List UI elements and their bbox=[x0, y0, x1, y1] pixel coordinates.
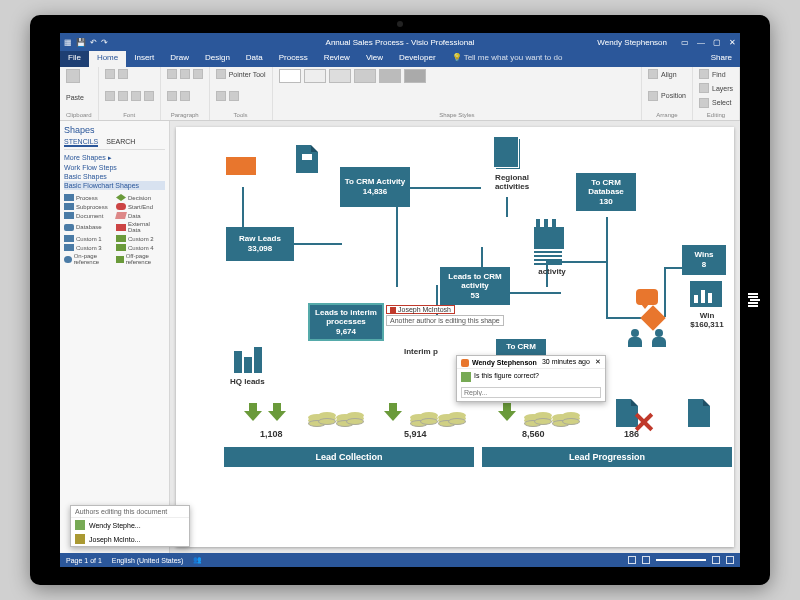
shape-custom1[interactable]: Custom 1 bbox=[64, 235, 112, 242]
shape-custom3[interactable]: Custom 3 bbox=[64, 244, 112, 251]
paste-icon[interactable] bbox=[66, 69, 80, 83]
speech-bubble-icon[interactable] bbox=[636, 289, 658, 305]
underline-icon[interactable] bbox=[131, 91, 141, 101]
cat-flowchart[interactable]: Basic Flowchart Shapes bbox=[64, 181, 165, 190]
style-swatch-4[interactable] bbox=[354, 69, 376, 83]
shape-leads-crm-activity[interactable]: Leads to CRM activity53 bbox=[440, 267, 510, 305]
text-tool-icon[interactable] bbox=[229, 91, 239, 101]
shape-external[interactable]: External Data bbox=[116, 221, 164, 233]
share-button[interactable]: Share bbox=[703, 51, 740, 67]
tab-home[interactable]: Home bbox=[89, 51, 126, 67]
comment-close-icon[interactable]: ✕ bbox=[595, 358, 601, 366]
shape-subprocess[interactable]: Subprocess bbox=[64, 203, 112, 210]
factory-icon[interactable] bbox=[534, 227, 564, 249]
minimize-icon[interactable]: — bbox=[697, 38, 705, 47]
zoom-out-icon[interactable] bbox=[642, 556, 650, 564]
buildings-icon[interactable] bbox=[234, 347, 264, 373]
shape-to-crm-activity[interactable]: To CRM Activity14,836 bbox=[340, 167, 410, 207]
signed-in-user[interactable]: Wendy Stephenson bbox=[597, 38, 667, 47]
shape-onpage[interactable]: On-page reference bbox=[64, 253, 112, 265]
people-icon[interactable] bbox=[628, 323, 668, 347]
save-icon[interactable]: 💾 bbox=[76, 38, 86, 47]
shape-raw-leads[interactable]: Raw Leads33,098 bbox=[226, 227, 294, 261]
shape-startend[interactable]: Start/End bbox=[116, 203, 164, 210]
tab-developer[interactable]: Developer bbox=[391, 51, 443, 67]
style-swatch-2[interactable] bbox=[304, 69, 326, 83]
font-color-icon[interactable] bbox=[144, 91, 154, 101]
shapes-tab-search[interactable]: SEARCH bbox=[106, 138, 135, 147]
inbox-icon[interactable] bbox=[226, 157, 256, 175]
shape-custom4[interactable]: Custom 4 bbox=[116, 244, 164, 251]
align-center-icon[interactable] bbox=[180, 69, 190, 79]
tab-review[interactable]: Review bbox=[316, 51, 358, 67]
align-icon[interactable] bbox=[648, 69, 658, 79]
cat-more-shapes[interactable]: More Shapes ▸ bbox=[64, 153, 165, 163]
tab-insert[interactable]: Insert bbox=[126, 51, 162, 67]
status-language[interactable]: English (United States) bbox=[112, 557, 184, 564]
zoom-slider[interactable] bbox=[656, 559, 706, 561]
tab-draw[interactable]: Draw bbox=[162, 51, 197, 67]
shape-custom2[interactable]: Custom 2 bbox=[116, 235, 164, 242]
font-name-dropdown[interactable] bbox=[105, 69, 115, 79]
undo-icon[interactable]: ↶ bbox=[90, 38, 97, 47]
indent-icon[interactable] bbox=[180, 91, 190, 101]
shape-database[interactable]: Database bbox=[64, 221, 112, 233]
shape-process[interactable]: Process bbox=[64, 194, 112, 201]
shapes-tab-stencils[interactable]: STENCILS bbox=[64, 138, 98, 147]
author-row[interactable]: Wendy Stephe... bbox=[71, 518, 189, 532]
author-row[interactable]: Joseph McInto... bbox=[71, 532, 189, 546]
italic-icon[interactable] bbox=[118, 91, 128, 101]
tab-view[interactable]: View bbox=[358, 51, 391, 67]
shape-document[interactable]: Document bbox=[64, 212, 112, 219]
zoom-in-icon[interactable] bbox=[712, 556, 720, 564]
coauthors-icon[interactable]: 👥 bbox=[193, 556, 202, 564]
comment-reply-input[interactable] bbox=[461, 387, 601, 398]
align-left-icon[interactable] bbox=[167, 69, 177, 79]
banner-progression[interactable]: Lead Progression bbox=[482, 447, 732, 467]
tab-file[interactable]: File bbox=[60, 51, 89, 67]
align-right-icon[interactable] bbox=[193, 69, 203, 79]
comment-text: Is this figure correct? bbox=[474, 372, 539, 379]
bold-icon[interactable] bbox=[105, 91, 115, 101]
chart-up-icon[interactable] bbox=[690, 281, 722, 307]
shape-offpage[interactable]: Off-page reference bbox=[116, 253, 164, 265]
cat-basic[interactable]: Basic Shapes bbox=[64, 172, 165, 181]
redo-icon[interactable]: ↷ bbox=[101, 38, 108, 47]
status-page[interactable]: Page 1 of 1 bbox=[66, 557, 102, 564]
shape-decision[interactable]: Decision bbox=[116, 194, 164, 201]
documents-stack-icon[interactable] bbox=[496, 139, 520, 169]
banner-collection[interactable]: Lead Collection bbox=[224, 447, 474, 467]
tab-design[interactable]: Design bbox=[197, 51, 238, 67]
tab-process[interactable]: Process bbox=[271, 51, 316, 67]
ribbon-options-icon[interactable]: ▭ bbox=[681, 38, 689, 47]
presentation-mode-icon[interactable] bbox=[628, 556, 636, 564]
style-swatch-3[interactable] bbox=[329, 69, 351, 83]
shape-to-crm[interactable]: To CRM bbox=[496, 339, 546, 355]
cat-workflow[interactable]: Work Flow Steps bbox=[64, 163, 165, 172]
style-swatch-5[interactable] bbox=[379, 69, 401, 83]
download-document-icon[interactable] bbox=[296, 145, 318, 173]
bullets-icon[interactable] bbox=[167, 91, 177, 101]
fit-page-icon[interactable] bbox=[726, 556, 734, 564]
shape-wins[interactable]: Wins8 bbox=[682, 245, 726, 275]
shape-to-crm-db[interactable]: To CRM Database130 bbox=[576, 173, 636, 211]
layers-icon[interactable] bbox=[699, 83, 709, 93]
find-icon[interactable] bbox=[699, 69, 709, 79]
select-icon[interactable] bbox=[699, 98, 709, 108]
connector-tool-icon[interactable] bbox=[216, 91, 226, 101]
shape-data[interactable]: Data bbox=[116, 212, 164, 219]
bars-icon bbox=[534, 255, 562, 265]
tell-me-search[interactable]: 💡 Tell me what you want to do bbox=[444, 51, 571, 67]
tab-data[interactable]: Data bbox=[238, 51, 271, 67]
document-icon[interactable] bbox=[688, 399, 710, 427]
close-icon[interactable]: ✕ bbox=[729, 38, 736, 47]
presence-user-tag[interactable]: Joseph McIntosh bbox=[386, 305, 455, 314]
shape-leads-interim[interactable]: Leads to interim processes9,674 bbox=[308, 303, 384, 341]
drawing-canvas[interactable]: To CRM Activity14,836 Regional activitie… bbox=[176, 127, 734, 547]
style-swatch-6[interactable] bbox=[404, 69, 426, 83]
font-size-dropdown[interactable] bbox=[118, 69, 128, 79]
style-swatch-1[interactable] bbox=[279, 69, 301, 83]
position-icon[interactable] bbox=[648, 91, 658, 101]
maximize-icon[interactable]: ▢ bbox=[713, 38, 721, 47]
pointer-tool-icon[interactable] bbox=[216, 69, 226, 79]
